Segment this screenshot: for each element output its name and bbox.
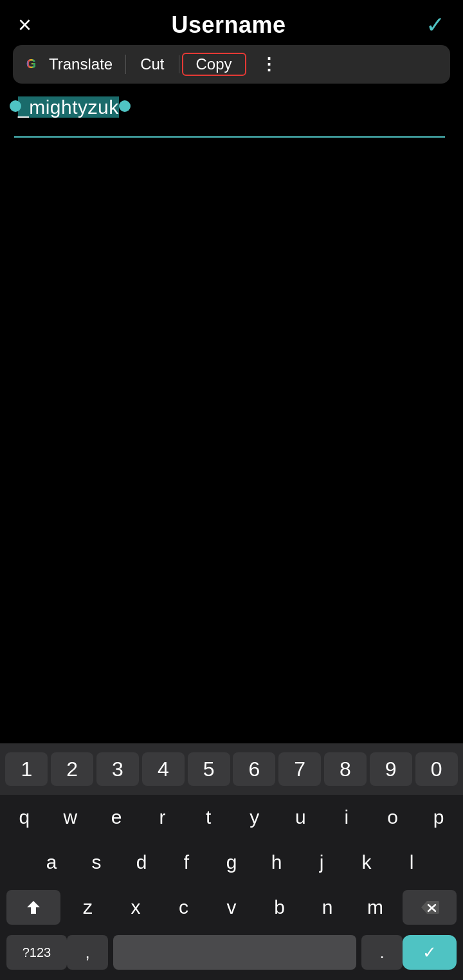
key-9[interactable]: 9 bbox=[370, 752, 412, 786]
key-b[interactable]: b bbox=[259, 890, 300, 925]
key-v[interactable]: v bbox=[211, 890, 252, 925]
key-i[interactable]: i bbox=[326, 800, 367, 835]
keyboard-number-row: 1 2 3 4 5 6 7 8 9 0 bbox=[0, 743, 463, 795]
key-4[interactable]: 4 bbox=[142, 752, 185, 786]
key-l[interactable]: l bbox=[391, 845, 432, 880]
translate-button[interactable]: G G Translate bbox=[24, 55, 126, 74]
selection-handle-left bbox=[10, 100, 21, 112]
selection-handle-right bbox=[119, 100, 131, 112]
content-area bbox=[0, 131, 463, 504]
key-a[interactable]: a bbox=[31, 845, 72, 880]
key-y[interactable]: y bbox=[234, 800, 275, 835]
key-7[interactable]: 7 bbox=[278, 752, 321, 786]
key-j[interactable]: j bbox=[301, 845, 342, 880]
enter-check-icon: ✓ bbox=[422, 943, 437, 963]
key-n[interactable]: n bbox=[307, 890, 348, 925]
backspace-key[interactable] bbox=[403, 890, 457, 925]
text-input-area[interactable]: _mightyzuk bbox=[0, 90, 463, 131]
key-o[interactable]: o bbox=[372, 800, 413, 835]
key-c[interactable]: c bbox=[163, 890, 204, 925]
page-title: Username bbox=[171, 12, 286, 39]
comma-key[interactable]: , bbox=[67, 935, 108, 970]
key-m[interactable]: m bbox=[355, 890, 396, 925]
key-h[interactable]: h bbox=[256, 845, 297, 880]
key-q[interactable]: q bbox=[4, 800, 45, 835]
cut-button[interactable]: Cut bbox=[126, 55, 179, 73]
header: × Username ✓ bbox=[0, 0, 463, 45]
key-d[interactable]: d bbox=[121, 845, 162, 880]
key-s[interactable]: s bbox=[76, 845, 117, 880]
translate-label: Translate bbox=[49, 55, 113, 73]
svg-text:G: G bbox=[26, 57, 36, 71]
keyboard-row-2: a s d f g h j k l bbox=[0, 840, 463, 885]
keyboard-bottom-row: ?123 , . ✓ bbox=[0, 930, 463, 980]
key-0[interactable]: 0 bbox=[415, 752, 458, 786]
close-icon[interactable]: × bbox=[18, 12, 32, 39]
key-6[interactable]: 6 bbox=[233, 752, 275, 786]
key-p[interactable]: p bbox=[418, 800, 459, 835]
confirm-icon[interactable]: ✓ bbox=[426, 12, 445, 39]
more-options-button[interactable]: ⋮ bbox=[249, 55, 278, 75]
keyboard-row-3: z x c v b n m bbox=[0, 885, 463, 930]
key-3[interactable]: 3 bbox=[96, 752, 139, 786]
key-g[interactable]: g bbox=[211, 845, 252, 880]
key-r[interactable]: r bbox=[142, 800, 183, 835]
key-w[interactable]: w bbox=[50, 800, 91, 835]
num-switch-key[interactable]: ?123 bbox=[6, 935, 67, 970]
key-k[interactable]: k bbox=[346, 845, 387, 880]
key-u[interactable]: u bbox=[280, 800, 321, 835]
input-text[interactable]: _mightyzuk bbox=[18, 96, 445, 118]
cursor-underline bbox=[14, 136, 445, 138]
key-t[interactable]: t bbox=[188, 800, 229, 835]
key-f[interactable]: f bbox=[166, 845, 207, 880]
key-8[interactable]: 8 bbox=[324, 752, 367, 786]
period-key[interactable]: . bbox=[361, 935, 403, 970]
copy-button[interactable]: Copy bbox=[182, 53, 246, 76]
enter-key[interactable]: ✓ bbox=[403, 935, 457, 970]
space-key[interactable] bbox=[113, 935, 356, 970]
key-e[interactable]: e bbox=[96, 800, 137, 835]
key-x[interactable]: x bbox=[115, 890, 156, 925]
keyboard-row-1: q w e r t y u i o p bbox=[0, 795, 463, 840]
selected-text: _mightyzuk bbox=[18, 96, 119, 118]
keyboard: 1 2 3 4 5 6 7 8 9 0 q w e r t y u i o p … bbox=[0, 743, 463, 980]
context-menu-bar: G G Translate Cut Copy ⋮ bbox=[13, 45, 450, 84]
key-5[interactable]: 5 bbox=[188, 752, 230, 786]
key-1[interactable]: 1 bbox=[5, 752, 48, 786]
key-z[interactable]: z bbox=[68, 890, 109, 925]
key-2[interactable]: 2 bbox=[51, 752, 93, 786]
shift-key[interactable] bbox=[6, 890, 60, 925]
